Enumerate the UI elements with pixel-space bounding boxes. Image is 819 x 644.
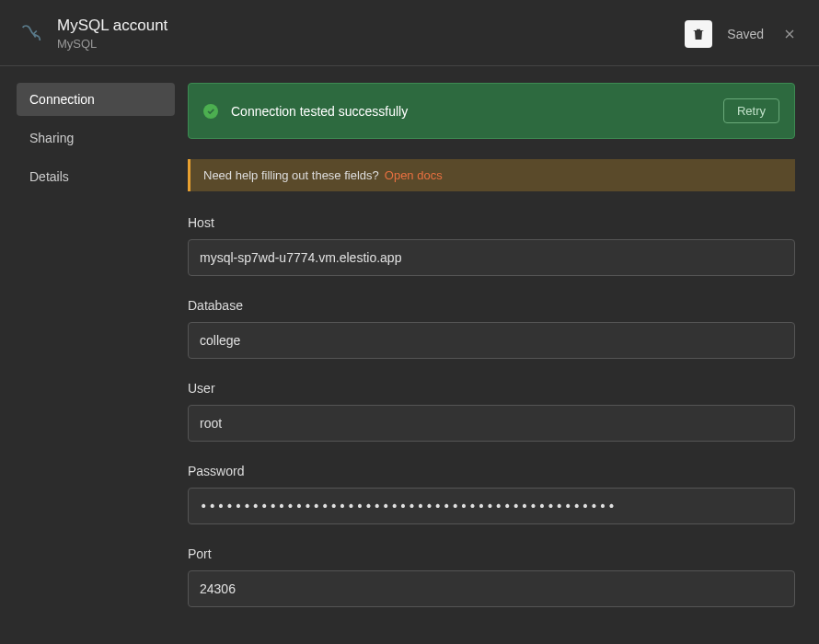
body: Connection Sharing Details Connection te… [0, 66, 819, 637]
user-label: User [188, 381, 795, 396]
success-message: Connection tested successfully [231, 104, 408, 119]
delete-button[interactable] [685, 20, 712, 48]
field-port: Port [188, 546, 795, 607]
saved-status: Saved [727, 27, 764, 41]
field-password: Password [188, 464, 795, 524]
success-banner: Connection tested successfully Retry [188, 83, 795, 139]
help-banner: Need help filling out these fields? Open… [188, 159, 795, 191]
content-inner: Connection tested successfully Retry Nee… [188, 83, 802, 607]
password-label: Password [188, 464, 795, 478]
database-label: Database [188, 298, 795, 313]
page-title: MySQL account [57, 17, 167, 35]
user-input[interactable] [188, 405, 795, 442]
port-input[interactable] [188, 570, 795, 607]
sidebar-item-connection[interactable]: Connection [17, 83, 175, 116]
field-user: User [188, 381, 795, 442]
database-input[interactable] [188, 322, 795, 359]
header-left: MySQL account MySQL [18, 17, 167, 51]
success-left: Connection tested successfully [203, 104, 408, 119]
sidebar: Connection Sharing Details [0, 66, 184, 637]
host-input[interactable] [188, 239, 795, 276]
title-group: MySQL account MySQL [57, 17, 167, 51]
close-icon [782, 27, 797, 41]
sidebar-item-label: Sharing [29, 131, 74, 145]
sidebar-item-label: Connection [29, 92, 95, 107]
mysql-icon [18, 21, 44, 47]
close-button[interactable] [779, 23, 801, 45]
page-subtitle: MySQL [57, 37, 167, 51]
password-input[interactable] [188, 488, 795, 524]
main-content: Connection tested successfully Retry Nee… [184, 66, 819, 637]
field-host: Host [188, 215, 795, 276]
header-right: Saved [685, 20, 801, 48]
sidebar-item-label: Details [29, 169, 69, 184]
host-label: Host [188, 215, 795, 230]
trash-icon [691, 27, 706, 41]
sidebar-item-sharing[interactable]: Sharing [17, 121, 175, 155]
header: MySQL account MySQL Saved [0, 0, 819, 66]
help-text: Need help filling out these fields? [203, 168, 379, 182]
open-docs-link[interactable]: Open docs [385, 168, 443, 182]
retry-button[interactable]: Retry [723, 98, 779, 123]
sidebar-item-details[interactable]: Details [17, 160, 175, 193]
field-database: Database [188, 298, 795, 359]
port-label: Port [188, 546, 795, 561]
check-circle-icon [203, 104, 218, 119]
